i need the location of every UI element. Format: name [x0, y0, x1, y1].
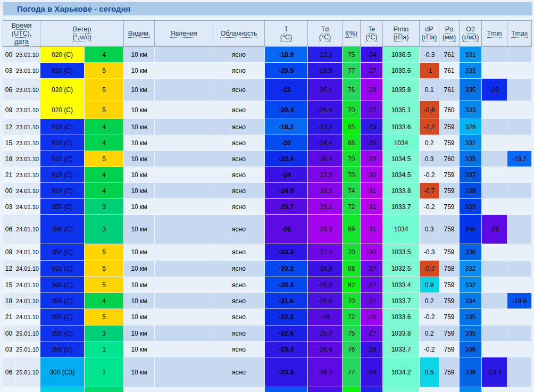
visibility-cell: 10 км: [124, 167, 155, 183]
dewpoint-cell: -24.4: [308, 135, 343, 151]
visibility-cell: 10 км: [124, 309, 155, 326]
phenomena-cell: [155, 326, 213, 341]
col-header-o2-label-2[interactable]: (г/м3): [462, 34, 479, 41]
oxygen-cell: 336: [460, 357, 482, 387]
wind-speed-cell: 1: [85, 357, 124, 387]
time-cell: 09: [3, 244, 15, 261]
col-header-time-label[interactable]: Время: [12, 22, 32, 30]
pressure-mm-cell: 760: [439, 101, 460, 119]
dewpoint-cell: -25.7: [308, 326, 343, 341]
col-header-td-label-2[interactable]: (°C): [319, 34, 331, 41]
humidity-cell: 70: [343, 101, 361, 119]
visibility-cell: 10 км: [124, 79, 155, 101]
col-header-dp-label-2[interactable]: (гПа): [422, 34, 437, 41]
col-header-po-label[interactable]: Po: [445, 26, 453, 34]
pressure-min-cell: 1035.1: [383, 101, 420, 119]
wind-direction-cell: 350 (С): [40, 244, 85, 261]
col-header-o2-label[interactable]: O2: [466, 26, 475, 34]
pressure-min-cell: 1033.8: [383, 183, 420, 199]
wind-speed-cell: 4: [85, 47, 124, 63]
col-header-td-label[interactable]: Td: [321, 26, 329, 34]
tmax-cell: [507, 47, 532, 63]
col-header-phenomena-label[interactable]: Явления: [170, 30, 197, 38]
dewpoint-cell: -29.1: [308, 199, 343, 215]
table-row: 0025.01.10350 (С)310 кмясно-22.5-25.775-…: [3, 326, 532, 341]
date-cell: 23.01.10: [15, 79, 40, 101]
dewpoint-cell: -26: [308, 309, 343, 326]
date-cell: [15, 387, 40, 392]
time-cell: 00: [3, 326, 15, 341]
humidity-cell: 69: [343, 215, 361, 244]
tmax-cell: [507, 215, 532, 244]
date-cell: 24.01.10: [15, 215, 40, 244]
cloudiness-cell: ясно: [213, 357, 265, 387]
col-header-f-label[interactable]: f(%): [345, 30, 357, 38]
col-header-phenomena: Явления: [155, 21, 213, 47]
pressure-mm-cell: 759: [439, 135, 460, 151]
col-header-pmin-label-2[interactable]: (гПа): [394, 34, 409, 41]
table-row: 1224.01.10010 (С)510 кмясно-20.2-24.668-…: [3, 261, 532, 277]
col-header-visibility-label[interactable]: Видим.: [128, 30, 151, 38]
pressure-min-cell: 1032.5: [383, 261, 420, 277]
cloudiness-cell: ясно: [213, 151, 265, 167]
col-header-te-label[interactable]: Te: [368, 26, 375, 34]
phenomena-cell: [155, 309, 213, 326]
pressure-tendency-cell: -0.6: [420, 101, 439, 119]
dewpoint-cell: -23.2: [308, 119, 343, 135]
time-cell: 03: [3, 199, 15, 215]
oxygen-cell: 340: [460, 215, 482, 244]
humidity-cell: 75: [343, 47, 361, 63]
oxygen-cell: 335: [460, 151, 482, 167]
humidity-cell: 70: [343, 151, 361, 167]
table-row: 2124.01.10350 (С)510 кмясно-22.3-2672-29…: [3, 309, 532, 326]
col-header-t-label[interactable]: T: [284, 26, 288, 34]
time-cell: 06: [3, 215, 15, 244]
pressure-min-cell: 1034: [383, 135, 420, 151]
table-row: 0023.01.10020 (С)410 кмясно-18.9-22.275-…: [3, 47, 532, 63]
effective-temperature-cell: -30: [361, 244, 383, 261]
visibility-cell: 10 км: [124, 341, 155, 357]
table-body: 0023.01.10020 (С)410 кмясно-18.9-22.275-…: [3, 47, 532, 392]
col-header-te: Te(°C): [361, 21, 383, 47]
wind-speed-cell: 4: [85, 183, 124, 199]
effective-temperature-cell: -24: [361, 47, 383, 63]
col-header-te-label-2[interactable]: (°C): [365, 34, 377, 41]
wind-direction-cell: 360 (С): [40, 277, 85, 293]
col-header-visibility: Видим.: [124, 21, 155, 47]
wind-direction-cell: 020 (С): [40, 79, 85, 101]
col-header-f: f(%): [343, 21, 361, 47]
pressure-min-cell: 1035.8: [383, 79, 420, 101]
temperature-cell: -18.9: [265, 47, 308, 63]
col-header-cloudiness-label[interactable]: Облачность: [220, 30, 257, 38]
effective-temperature-cell: [361, 387, 383, 392]
pressure-min-cell: 1034.5: [383, 151, 420, 167]
humidity-cell: 65: [343, 119, 361, 135]
oxygen-cell: 333: [460, 101, 482, 119]
visibility-cell: 10 км: [124, 63, 155, 79]
pressure-mm-cell: 759: [439, 357, 460, 387]
col-header-tmin-label[interactable]: Tmin: [487, 30, 502, 38]
effective-temperature-cell: -27: [361, 326, 383, 341]
pressure-tendency-cell: -1.2: [420, 119, 439, 135]
dewpoint-cell: -24.6: [308, 261, 343, 277]
tmin-cell: [482, 199, 507, 215]
col-header-po-label-2[interactable]: (мм): [443, 34, 456, 41]
humidity-cell: 77: [343, 357, 361, 387]
col-header-wind-label[interactable]: Ветер: [73, 26, 91, 34]
tmin-cell: [482, 47, 507, 63]
wind-speed-cell: 5: [85, 277, 124, 293]
col-header-t-label-2[interactable]: (°C): [280, 34, 292, 41]
col-header-pmin-label[interactable]: Pmin: [394, 26, 408, 34]
col-header-dp-label[interactable]: dP: [425, 26, 433, 34]
phenomena-cell: [155, 167, 213, 183]
col-header-time-label-2[interactable]: (UTC), дата: [12, 30, 32, 46]
wind-speed-cell: 5: [85, 79, 124, 101]
temperature-cell: -18.2: [265, 119, 308, 135]
col-header-wind-label-2[interactable]: (°,м/с): [72, 34, 91, 41]
dewpoint-cell: -26.4: [308, 151, 343, 167]
col-header-tmax-label[interactable]: Tmax: [511, 30, 528, 38]
tmin-cell: [482, 293, 507, 309]
visibility-cell: 10 км: [124, 244, 155, 261]
wind-direction-cell: 010 (С): [40, 119, 85, 135]
temperature-cell: -23.3: [265, 357, 308, 387]
